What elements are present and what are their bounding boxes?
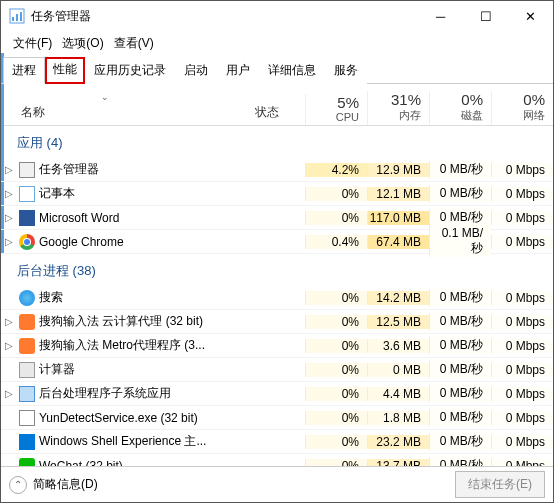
menubar: 文件(F) 选项(O) 查看(V) xyxy=(1,31,553,56)
app-icon-wse xyxy=(17,434,37,450)
table-row[interactable]: YunDetectService.exe (32 bit) 0% 1.8 MB … xyxy=(1,406,553,430)
process-list[interactable]: 应用 (4) ▷ 任务管理器 4.2% 12.9 MB 0 MB/秒 0 Mbp… xyxy=(1,126,553,466)
expand-toggle[interactable]: ▷ xyxy=(1,388,17,399)
tab-performance[interactable]: 性能 xyxy=(45,57,85,84)
menu-file[interactable]: 文件(F) xyxy=(9,33,56,54)
window-title: 任务管理器 xyxy=(31,8,418,25)
net-cell: 0 Mbps xyxy=(491,339,553,353)
mem-cell: 117.0 MB xyxy=(367,211,429,225)
disk-cell: 0 MB/秒 xyxy=(429,409,491,426)
svg-rect-1 xyxy=(12,17,14,21)
expand-toggle[interactable]: ▷ xyxy=(1,340,17,351)
group-apps[interactable]: 应用 (4) xyxy=(1,126,553,158)
table-row[interactable]: 计算器 0% 0 MB 0 MB/秒 0 Mbps xyxy=(1,358,553,382)
column-headers: ⌄ 名称 状态 5% CPU 31% 内存 0% 磁盘 0% 网络 xyxy=(1,84,553,126)
column-status[interactable]: 状态 xyxy=(255,104,305,125)
expand-toggle[interactable]: ▷ xyxy=(1,316,17,327)
disk-cell: 0 MB/秒 xyxy=(429,313,491,330)
column-name-label: 名称 xyxy=(21,104,255,125)
end-task-button[interactable]: 结束任务(E) xyxy=(455,471,545,498)
table-row[interactable]: ▷ 记事本 0% 12.1 MB 0 MB/秒 0 Mbps xyxy=(1,182,553,206)
table-row[interactable]: Windows Shell Experience 主... 0% 23.2 MB… xyxy=(1,430,553,454)
tabbar: 进程 性能 应用历史记录 启动 用户 详细信息 服务 xyxy=(1,56,553,84)
app-icon-word xyxy=(17,210,37,226)
table-row[interactable]: WeChat (32 bit) 0% 13.7 MB 0 MB/秒 0 Mbps xyxy=(1,454,553,466)
titlebar[interactable]: 任务管理器 ─ ☐ ✕ xyxy=(1,1,553,31)
expand-toggle[interactable]: ▷ xyxy=(1,236,17,247)
cpu-cell: 0% xyxy=(305,291,367,305)
expand-toggle[interactable]: ▷ xyxy=(1,164,17,175)
column-memory[interactable]: 31% 内存 xyxy=(367,91,429,125)
mem-cell: 12.9 MB xyxy=(367,163,429,177)
process-name: 搜狗输入法 Metro代理程序 (3... xyxy=(37,337,255,354)
table-row[interactable]: ▷ 任务管理器 4.2% 12.9 MB 0 MB/秒 0 Mbps xyxy=(1,158,553,182)
net-cell: 0 Mbps xyxy=(491,459,553,467)
net-cell: 0 Mbps xyxy=(491,387,553,401)
table-row[interactable]: ▷ Google Chrome 0.4% 67.4 MB 0.1 MB/秒 0 … xyxy=(1,230,553,254)
table-row[interactable]: ▷ 搜狗输入法 Metro代理程序 (3... 0% 3.6 MB 0 MB/秒… xyxy=(1,334,553,358)
footer: ⌃ 简略信息(D) 结束任务(E) xyxy=(1,466,553,502)
column-disk[interactable]: 0% 磁盘 xyxy=(429,91,491,125)
mem-cell: 12.5 MB xyxy=(367,315,429,329)
process-name: Windows Shell Experience 主... xyxy=(37,433,255,450)
disk-cell: 0 MB/秒 xyxy=(429,209,491,226)
net-cell: 0 Mbps xyxy=(491,187,553,201)
app-icon-generic xyxy=(17,410,37,426)
group-background[interactable]: 后台进程 (38) xyxy=(1,254,553,286)
maximize-button[interactable]: ☐ xyxy=(463,1,508,31)
tab-users[interactable]: 用户 xyxy=(217,57,259,84)
cpu-cell: 0% xyxy=(305,435,367,449)
disk-cell: 0 MB/秒 xyxy=(429,185,491,202)
tab-processes[interactable]: 进程 xyxy=(3,57,45,84)
net-cell: 0 Mbps xyxy=(491,291,553,305)
process-name: WeChat (32 bit) xyxy=(37,459,255,467)
mem-cell: 23.2 MB xyxy=(367,435,429,449)
menu-view[interactable]: 查看(V) xyxy=(110,33,158,54)
mem-cell: 1.8 MB xyxy=(367,411,429,425)
table-row[interactable]: ▷ 搜狗输入法 云计算代理 (32 bit) 0% 12.5 MB 0 MB/秒… xyxy=(1,310,553,334)
app-icon-chrome xyxy=(17,234,37,250)
disk-percent: 0% xyxy=(430,91,483,108)
cpu-cell: 0% xyxy=(305,411,367,425)
disk-cell: 0 MB/秒 xyxy=(429,161,491,178)
tab-startup[interactable]: 启动 xyxy=(175,57,217,84)
table-row[interactable]: ▷ 后台处理程序子系统应用 0% 4.4 MB 0 MB/秒 0 Mbps xyxy=(1,382,553,406)
disk-cell: 0 MB/秒 xyxy=(429,361,491,378)
cpu-cell: 0.4% xyxy=(305,235,367,249)
process-name: 搜索 xyxy=(37,289,255,306)
disk-label: 磁盘 xyxy=(430,108,483,125)
tab-services[interactable]: 服务 xyxy=(325,57,367,84)
tab-details[interactable]: 详细信息 xyxy=(259,57,325,84)
mem-cell: 4.4 MB xyxy=(367,387,429,401)
mem-percent: 31% xyxy=(368,91,421,108)
column-network[interactable]: 0% 网络 xyxy=(491,91,553,125)
disk-cell: 0 MB/秒 xyxy=(429,433,491,450)
net-cell: 0 Mbps xyxy=(491,315,553,329)
task-manager-window: 任务管理器 ─ ☐ ✕ 文件(F) 选项(O) 查看(V) 进程 性能 应用历史… xyxy=(0,0,554,503)
fewer-details-label[interactable]: 简略信息(D) xyxy=(33,476,98,493)
mem-label: 内存 xyxy=(368,108,421,125)
table-row[interactable]: 搜索 0% 14.2 MB 0 MB/秒 0 Mbps xyxy=(1,286,553,310)
expand-toggle[interactable]: ▷ xyxy=(1,188,17,199)
process-name: 记事本 xyxy=(37,185,255,202)
column-name[interactable]: ⌄ 名称 xyxy=(17,92,255,125)
expand-toggle[interactable]: ▷ xyxy=(1,212,17,223)
minimize-button[interactable]: ─ xyxy=(418,1,463,31)
cpu-cell: 0% xyxy=(305,211,367,225)
menu-options[interactable]: 选项(O) xyxy=(58,33,107,54)
cpu-percent: 5% xyxy=(306,94,359,111)
fewer-details-icon[interactable]: ⌃ xyxy=(9,476,27,494)
column-cpu[interactable]: 5% CPU xyxy=(305,94,367,125)
tab-app-history[interactable]: 应用历史记录 xyxy=(85,57,175,84)
process-name: 计算器 xyxy=(37,361,255,378)
app-icon-wechat xyxy=(17,458,37,467)
net-cell: 0 Mbps xyxy=(491,411,553,425)
sort-indicator-icon: ⌄ xyxy=(21,92,255,104)
mem-cell: 12.1 MB xyxy=(367,187,429,201)
cpu-cell: 0% xyxy=(305,363,367,377)
mem-cell: 67.4 MB xyxy=(367,235,429,249)
process-name: Google Chrome xyxy=(37,235,255,249)
process-name: 后台处理程序子系统应用 xyxy=(37,385,255,402)
close-button[interactable]: ✕ xyxy=(508,1,553,31)
net-cell: 0 Mbps xyxy=(491,235,553,249)
